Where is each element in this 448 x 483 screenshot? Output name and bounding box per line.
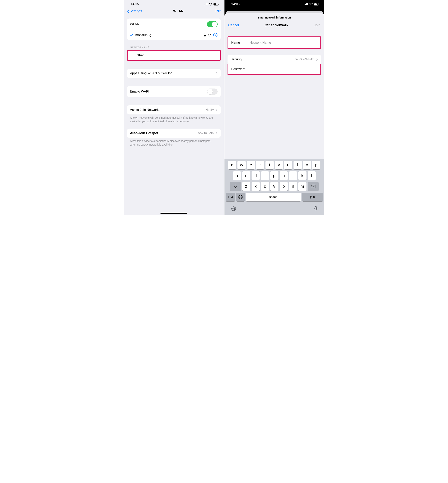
key-q[interactable]: q (228, 161, 236, 169)
svg-rect-5 (214, 3, 216, 5)
wifi-signal-icon (208, 34, 211, 36)
key-a[interactable]: a (233, 171, 241, 180)
key-j[interactable]: j (289, 171, 297, 180)
wlan-toggle[interactable] (207, 21, 218, 27)
wlan-label: WLAN (130, 22, 139, 26)
networks-header: NETWORKS (127, 46, 221, 50)
svg-rect-1 (205, 4, 205, 5)
network-name-field[interactable]: Name Network Name (228, 37, 320, 48)
cancel-button[interactable]: Cancel (228, 23, 239, 27)
auto-join-label: Auto-Join Hotspot (130, 131, 158, 135)
sheet-title: Other Network (264, 23, 288, 27)
connected-network-name: mobitrix-5g (136, 33, 152, 37)
svg-point-19 (240, 196, 240, 197)
key-t[interactable]: t (265, 161, 274, 169)
key-c[interactable]: c (261, 182, 269, 191)
key-i[interactable]: i (294, 161, 302, 169)
key-v[interactable]: v (270, 182, 279, 191)
key-d[interactable]: d (252, 171, 260, 180)
wifi-icon (209, 3, 212, 6)
key-o[interactable]: o (303, 161, 311, 169)
chevron-right-icon (216, 108, 218, 111)
home-indicator[interactable] (160, 213, 187, 214)
checkmark-icon (130, 33, 134, 37)
wlan-toggle-row[interactable]: WLAN (127, 18, 221, 30)
security-value: WPA2/WPA3 (296, 57, 314, 61)
svg-point-20 (241, 196, 241, 197)
wifi-icon (309, 3, 313, 6)
lock-icon (203, 33, 206, 37)
space-key[interactable]: space (246, 193, 301, 201)
status-bar: 14:05 (124, 0, 224, 7)
key-h[interactable]: h (280, 171, 288, 180)
svg-rect-16 (314, 3, 317, 5)
key-l[interactable]: l (308, 171, 316, 180)
chevron-right-icon (316, 58, 318, 61)
connected-network-row[interactable]: mobitrix-5g (130, 30, 221, 40)
key-p[interactable]: p (312, 161, 320, 169)
ask-to-join-label: Ask to Join Networks (130, 108, 160, 112)
key-f[interactable]: f (261, 171, 269, 180)
auto-join-hotspot-row[interactable]: Auto-Join Hotspot Ask to Join (127, 129, 221, 138)
key-r[interactable]: r (256, 161, 264, 169)
key-x[interactable]: x (252, 182, 260, 191)
apps-using-label: Apps Using WLAN & Cellular (130, 71, 172, 75)
status-icons (204, 3, 219, 6)
status-icons (304, 3, 319, 6)
key-e[interactable]: e (247, 161, 255, 169)
mic-icon[interactable] (314, 206, 318, 211)
svg-rect-0 (204, 5, 204, 5)
emoji-icon (238, 195, 243, 199)
keyboard-row-1: qwertyuiop (225, 161, 323, 169)
key-n[interactable]: n (289, 182, 297, 191)
globe-icon[interactable] (231, 206, 236, 211)
key-w[interactable]: w (237, 161, 246, 169)
ask-to-join-footer: Known networks will be joined automatica… (127, 114, 221, 123)
password-field[interactable]: Password (228, 64, 320, 74)
key-u[interactable]: u (284, 161, 292, 169)
ask-to-join-row[interactable]: Ask to Join Networks Notify (127, 105, 221, 114)
svg-rect-7 (204, 35, 206, 36)
phone-other-network: 14:05 Enter network information Cancel O… (224, 0, 324, 215)
shift-icon (234, 185, 237, 188)
key-s[interactable]: s (242, 171, 250, 180)
back-button[interactable]: Settings (127, 9, 142, 13)
svg-rect-12 (305, 4, 306, 5)
keyboard-row-2: asdfghjkl (225, 171, 323, 180)
keyboard-row-3: zxcvbnm (225, 182, 323, 191)
return-key[interactable]: join (302, 193, 323, 201)
auto-join-footer: Allow this device to automatically disco… (127, 138, 221, 146)
svg-rect-14 (307, 3, 308, 5)
delete-key[interactable] (308, 182, 319, 191)
shift-key[interactable] (230, 182, 241, 191)
status-time: 14:05 (131, 2, 139, 6)
name-label: Name (231, 41, 249, 45)
chevron-right-icon (216, 132, 218, 135)
enable-wapi-row[interactable]: Enable WAPI (127, 86, 221, 97)
info-icon[interactable] (213, 33, 218, 37)
emoji-key[interactable] (236, 193, 245, 201)
cellular-icon (204, 3, 208, 5)
join-button[interactable]: Join (314, 23, 320, 27)
name-input[interactable]: Network Name (249, 41, 271, 45)
other-label: Other... (131, 53, 146, 57)
chevron-left-icon (127, 9, 129, 13)
svg-rect-6 (218, 4, 219, 5)
security-row[interactable]: Security WPA2/WPA3 (228, 55, 321, 64)
apps-using-wlan-row[interactable]: Apps Using WLAN & Cellular (127, 69, 221, 78)
numbers-key[interactable]: 123 (226, 193, 235, 201)
key-k[interactable]: k (298, 171, 306, 180)
backspace-icon (311, 185, 315, 188)
key-g[interactable]: g (270, 171, 279, 180)
status-bar: 14:05 (224, 0, 324, 7)
phone-wlan-settings: 14:05 Settings WLAN Edit WLAN (124, 0, 224, 215)
key-z[interactable]: z (242, 182, 250, 191)
edit-button[interactable]: Edit (215, 9, 220, 13)
wapi-toggle[interactable] (207, 89, 218, 95)
key-y[interactable]: y (275, 161, 283, 169)
key-b[interactable]: b (280, 182, 288, 191)
battery-icon (213, 3, 219, 6)
back-label: Settings (130, 9, 142, 13)
other-network-row[interactable]: Other... (128, 51, 220, 60)
key-m[interactable]: m (298, 182, 306, 191)
